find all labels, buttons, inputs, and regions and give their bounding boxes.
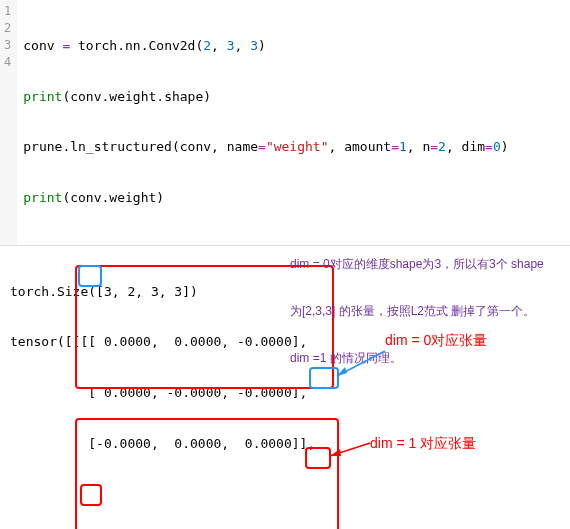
code-line: print(conv.weight.shape) [23, 89, 564, 106]
line-gutter: 1 2 3 4 [0, 0, 17, 245]
line-number: 1 [4, 4, 11, 21]
line-number: 4 [4, 55, 11, 72]
annotation-purple: dim = 0对应的维度shape为3，所以有3个 shape 为[2,3,3]… [290, 226, 570, 398]
code-line: prune.ln_structured(conv, name="weight",… [23, 139, 564, 156]
output-line [10, 487, 560, 504]
code-line: conv = torch.nn.Conv2d(2, 3, 3) [23, 38, 564, 55]
code-area[interactable]: conv = torch.nn.Conv2d(2, 3, 3) print(co… [17, 0, 570, 245]
svg-line-0 [337, 351, 385, 376]
tensor-group-1-box [75, 418, 339, 529]
arrow-icon [335, 351, 385, 381]
line-number: 2 [4, 21, 11, 38]
output-line: tensor([[[[ 0.0000, 0.0000, -0.0000], [10, 334, 560, 351]
output-area: torch.Size([3, 2, 3, 3]) tensor([[[[ 0.0… [0, 246, 570, 529]
code-line: print(conv.weight) [23, 190, 564, 207]
svg-marker-1 [337, 367, 347, 376]
output-line: [ 0.0000, -0.0000, -0.0000], [10, 385, 560, 402]
output-line: [-0.0000, 0.0000, 0.0000]], [10, 436, 560, 453]
line-number: 3 [4, 38, 11, 55]
output-line: torch.Size([3, 2, 3, 3]) [10, 284, 560, 301]
code-block: 1 2 3 4 conv = torch.nn.Conv2d(2, 3, 3) … [0, 0, 570, 246]
